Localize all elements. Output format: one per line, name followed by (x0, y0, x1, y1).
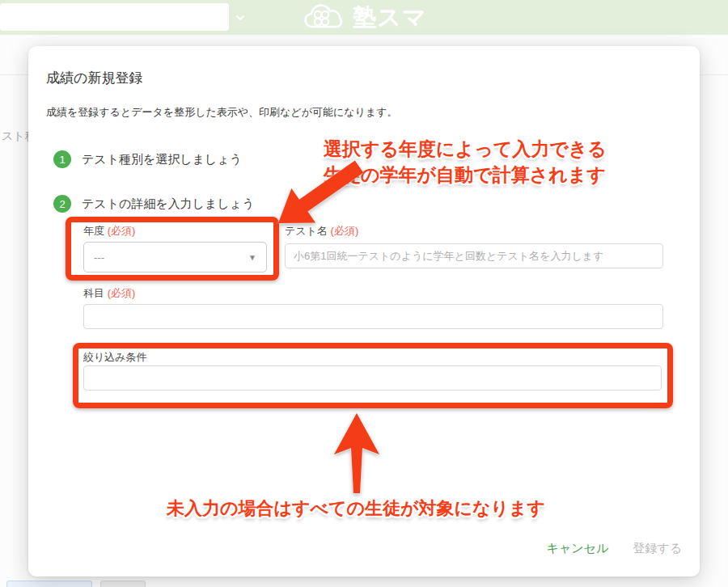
header-search-input[interactable] (0, 3, 229, 31)
step-1: 1 テスト種別を選択しましょう (53, 150, 242, 168)
background-button-secondary (100, 581, 146, 587)
subject-input[interactable] (83, 304, 663, 329)
modal-title: 成績の新規登録 (46, 69, 142, 87)
highlight-box-filter (73, 343, 673, 408)
background-button-primary (6, 581, 92, 587)
subject-required-tag: (必須) (108, 287, 136, 299)
subject-field-label: 科目 (必須) (83, 286, 135, 301)
step-2-badge: 2 (53, 195, 71, 213)
step-1-badge: 1 (53, 150, 71, 168)
annotation-arrow-up-icon (328, 411, 385, 495)
chevron-down-icon[interactable] (233, 11, 248, 25)
subject-label-text: 科目 (83, 287, 104, 299)
modal-footer: キャンセル 登録する (547, 541, 682, 556)
cloud-clover-icon (301, 2, 348, 33)
step-2: 2 テストの詳細を入力しましょう (53, 195, 255, 213)
annotation-bottom-text: 未入力の場合はすべての生徒が対象になります (0, 496, 712, 521)
highlight-box-year (66, 217, 279, 281)
submit-button[interactable]: 登録する (633, 541, 682, 556)
step-1-label: テスト種別を選択しましょう (82, 152, 242, 167)
app-screen: スト種 塾スマ (0, 0, 728, 587)
app-title: 塾スマ (353, 0, 426, 35)
header-bar: 塾スマ (0, 0, 728, 35)
modal-description: 成績を登録するとデータを整形した表示や、印刷などが可能になります。 (46, 105, 397, 120)
cancel-button[interactable]: キャンセル (547, 541, 609, 556)
annotation-arrow-down-icon (270, 158, 371, 230)
testname-input[interactable] (285, 243, 663, 268)
step-2-label: テストの詳細を入力しましょう (82, 196, 255, 212)
